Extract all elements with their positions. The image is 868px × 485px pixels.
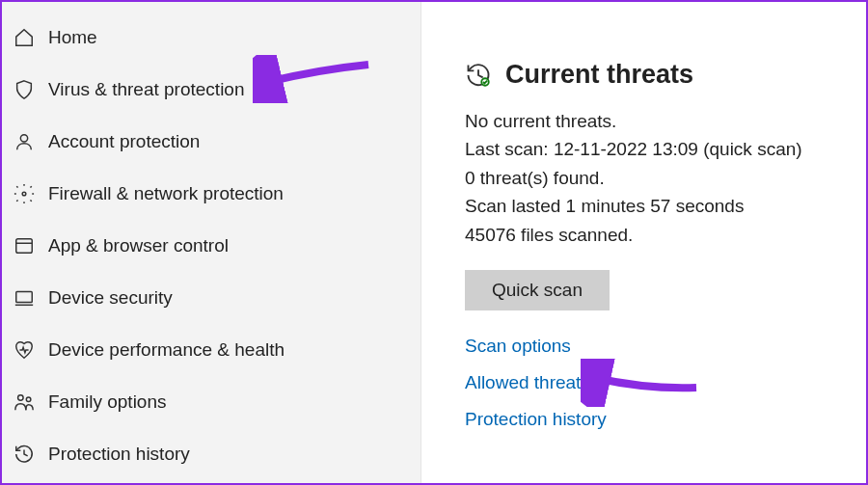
sidebar-item-label: App & browser control [48,235,229,256]
sidebar-item-label: Protection history [48,444,190,465]
allowed-threats-link[interactable]: Allowed threats [465,372,866,393]
sidebar-item-device-security[interactable]: Device security [2,272,420,324]
svg-point-0 [20,135,27,142]
status-line: 0 threat(s) found. [465,164,831,192]
quick-scan-button[interactable]: Quick scan [465,270,610,310]
sidebar-item-health[interactable]: Device performance & health [2,324,420,376]
sidebar-item-family[interactable]: Family options [2,376,420,428]
section-title: Current threats [505,60,693,90]
sidebar-item-home[interactable]: Home [2,12,420,64]
svg-point-1 [22,192,26,196]
sidebar-item-virus[interactable]: Virus & threat protection [2,64,420,116]
threats-history-icon [465,62,492,89]
link-list: Scan options Allowed threats Protection … [465,336,866,430]
family-icon [14,391,35,413]
main-content: Current threats No current threats. Last… [421,2,866,483]
account-icon [14,131,35,152]
health-icon [14,339,35,361]
sidebar-item-account[interactable]: Account protection [2,116,420,168]
home-icon [14,27,35,48]
threat-status: No current threats. Last scan: 12-11-202… [465,107,831,249]
svg-point-7 [26,397,31,402]
status-line: 45076 files scanned. [465,221,831,249]
protection-history-link[interactable]: Protection history [465,409,866,430]
shield-icon [14,79,35,100]
status-line: Last scan: 12-11-2022 13:09 (quick scan) [465,135,831,163]
sidebar-item-label: Virus & threat protection [48,79,244,100]
sidebar-item-label: Account protection [48,131,200,152]
sidebar-item-app[interactable]: App & browser control [2,220,420,272]
browser-icon [14,235,35,256]
status-line: Scan lasted 1 minutes 57 seconds [465,192,831,220]
svg-rect-2 [16,239,33,254]
sidebar-item-label: Home [48,27,97,48]
section-header: Current threats [465,60,866,90]
sidebar-item-firewall[interactable]: Firewall & network protection [2,168,420,220]
sidebar-item-history[interactable]: Protection history [2,428,420,480]
svg-point-6 [18,395,23,401]
sidebar-item-label: Device security [48,287,173,309]
sidebar: Home Virus & threat protection Account p… [2,2,421,483]
sidebar-item-label: Device performance & health [48,339,285,361]
network-icon [14,183,35,204]
device-icon [14,287,35,309]
history-icon [14,444,35,465]
sidebar-item-label: Firewall & network protection [48,183,284,204]
svg-rect-4 [16,292,33,303]
status-line: No current threats. [465,107,831,135]
scan-options-link[interactable]: Scan options [465,336,866,357]
sidebar-item-label: Family options [48,391,167,413]
